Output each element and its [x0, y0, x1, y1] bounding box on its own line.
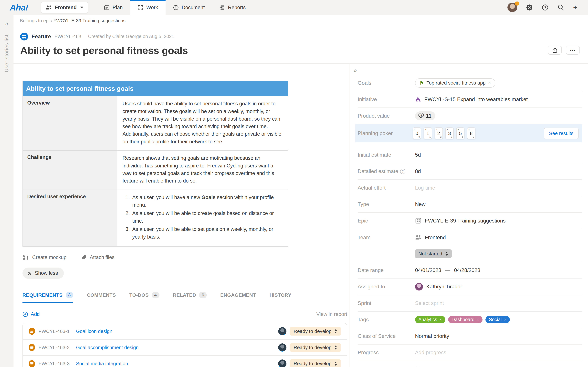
field-label: Team — [358, 234, 415, 241]
help-icon[interactable]: ? — [542, 4, 549, 11]
date-start[interactable]: 04/01/2023 — [415, 267, 441, 273]
sort-arrows-icon — [334, 345, 337, 350]
tab[interactable]: RELATED 6 — [173, 292, 207, 303]
requirement-status-select[interactable]: Ready to develop — [290, 327, 341, 335]
field-type: Type New — [358, 196, 582, 213]
field-assigned-to: Assigned to Kathryn Tirador — [358, 279, 582, 295]
assignee-name[interactable]: Kathryn Tirador — [426, 284, 462, 290]
collapse-panel-icon[interactable]: » — [354, 67, 357, 74]
nav-right-icons: ? + — [507, 3, 588, 12]
details-rows: Goals ⚑ Top rated social fitness app × I… — [349, 75, 588, 367]
goal-chip[interactable]: ⚑ Top rated social fitness app × — [415, 78, 495, 88]
log-time-input[interactable]: Log time — [415, 185, 582, 191]
requirement-icon — [29, 328, 35, 335]
requirement-status-select[interactable]: Ready to develop — [290, 359, 341, 367]
remove-tag-icon[interactable]: × — [439, 317, 442, 322]
chevron-down-icon — [80, 7, 83, 8]
poker-card[interactable]: 8 8 8 — [467, 127, 475, 139]
requirement-title-link[interactable]: Social media integration — [76, 361, 128, 366]
requirement-title-link[interactable]: Goal accomplishment design — [76, 345, 138, 350]
tag-label: Social — [489, 317, 502, 322]
poker-card[interactable]: 0 0 0 — [413, 127, 421, 139]
poker-card-value: 8 — [470, 131, 473, 136]
poker-card-value: 2 — [437, 131, 440, 136]
workspace-selector[interactable]: Frontend — [41, 2, 88, 13]
nav-tab-label: Document — [182, 5, 205, 10]
assignee-avatar — [415, 283, 423, 291]
tab[interactable]: REQUIREMENTS 8 — [23, 292, 73, 303]
initial-estimate-value[interactable]: 5d — [415, 152, 582, 158]
page-title: Ability to set personal fitness goals — [20, 45, 581, 56]
user-avatar[interactable] — [507, 3, 517, 12]
sort-arrows-icon — [334, 329, 337, 334]
field-progress: Progress Add progress — [358, 345, 582, 361]
score-chip[interactable]: # 11 — [415, 111, 435, 120]
type-value[interactable]: New — [415, 201, 582, 207]
field-label: Class of Service — [358, 333, 415, 339]
sprint-select[interactable]: Select sprint — [415, 300, 582, 306]
epic-link[interactable]: FWCYL-E-39 Training suggestions — [425, 218, 506, 224]
poker-card[interactable]: 3 3 3 — [445, 127, 454, 139]
date-end[interactable]: 04/28/2023 — [454, 267, 480, 273]
remove-goal-icon[interactable]: × — [488, 80, 491, 85]
release-link[interactable]: FWCYL-R-36 Premium plan updates — [424, 366, 510, 367]
assignee-avatar[interactable] — [278, 327, 286, 335]
breadcrumb-epic-link[interactable]: FWCYL-E-39 Training suggestions — [53, 18, 126, 24]
requirement-status-select[interactable]: Ready to develop — [290, 343, 341, 352]
attach-files-button[interactable]: Attach files — [82, 254, 114, 260]
add-requirement-button[interactable]: Add — [23, 311, 40, 317]
field-label: Sprint — [358, 300, 415, 306]
goal-name: Top rated social fitness app — [426, 80, 485, 86]
create-mockup-button[interactable]: Create mockup — [23, 254, 66, 260]
tab[interactable]: ENGAGEMENT — [220, 292, 256, 303]
tag-chip[interactable]: Dashboard × — [448, 316, 483, 324]
poker-card-value: 5 — [459, 131, 462, 136]
poker-card[interactable]: 5 5 5 — [456, 127, 465, 139]
requirement-title-link[interactable]: Goal icon design — [76, 328, 112, 334]
detailed-estimate-value[interactable]: 8d — [415, 168, 582, 174]
progress-input[interactable]: Add progress — [415, 350, 582, 356]
assignee-avatar[interactable] — [278, 343, 286, 352]
nav-tab-document[interactable]: Document — [165, 0, 212, 15]
more-options-button[interactable]: ••• — [566, 46, 580, 55]
add-icon[interactable]: + — [573, 4, 578, 11]
status-select[interactable]: Not started — [415, 249, 452, 258]
tab[interactable]: TO-DOS 4 — [129, 292, 159, 303]
assignee-avatar[interactable] — [278, 359, 286, 367]
remove-tag-icon[interactable]: × — [477, 317, 479, 322]
poker-card[interactable]: 2 2 2 — [435, 127, 443, 139]
team-value[interactable]: Frontend — [425, 234, 446, 241]
class-of-service-value[interactable]: Normal priority — [415, 333, 582, 339]
detail-tabs: REQUIREMENTS 8 COMMENTS TO-DOS 4 — [23, 292, 347, 303]
tab[interactable]: COMMENTS — [87, 292, 116, 303]
poker-card[interactable]: 1 1 1 — [424, 127, 432, 139]
tab[interactable]: HISTORY — [269, 292, 291, 303]
search-icon[interactable] — [557, 4, 564, 11]
aha-logo[interactable]: Aha! — [10, 2, 28, 12]
remove-tag-icon[interactable]: × — [504, 317, 506, 322]
field-label: Initial estimate — [358, 152, 415, 158]
nav-tab-plan[interactable]: Plan — [96, 0, 130, 15]
score-value: 11 — [426, 113, 432, 119]
field-label: Product value — [358, 113, 415, 119]
show-less-button[interactable]: Show less — [23, 267, 64, 279]
content-row: Ability to set personal fitness goals Ov… — [13, 64, 588, 367]
gear-icon[interactable] — [526, 4, 533, 11]
expand-drawer-icon[interactable]: » — [5, 20, 8, 27]
help-tooltip-icon[interactable]: ? — [400, 169, 405, 174]
description-table-header: Ability to set personal fitness goals — [23, 81, 288, 96]
field-label: Actual effort — [358, 185, 415, 191]
view-in-report-link[interactable]: View in report — [316, 311, 347, 317]
nav-tab-reports[interactable]: Reports — [212, 0, 253, 15]
tag-chip[interactable]: Analytics × — [415, 316, 445, 324]
nav-tab-work[interactable]: Work — [130, 0, 165, 15]
status-label: Ready to develop — [294, 361, 331, 366]
see-results-button[interactable]: See results — [544, 128, 579, 139]
field-epic: Epic FWCYL-E-39 Training suggestions — [358, 213, 582, 229]
tab-label: COMMENTS — [87, 292, 116, 298]
tag-chip[interactable]: Social × — [485, 316, 510, 324]
row-text: As a user, you will have a new Goals sec… — [117, 190, 288, 246]
initiative-link[interactable]: FWCYL-S-15 Expand into wearables market — [424, 96, 528, 102]
ellipsis-icon: ••• — [570, 48, 576, 53]
share-button[interactable] — [548, 46, 562, 55]
